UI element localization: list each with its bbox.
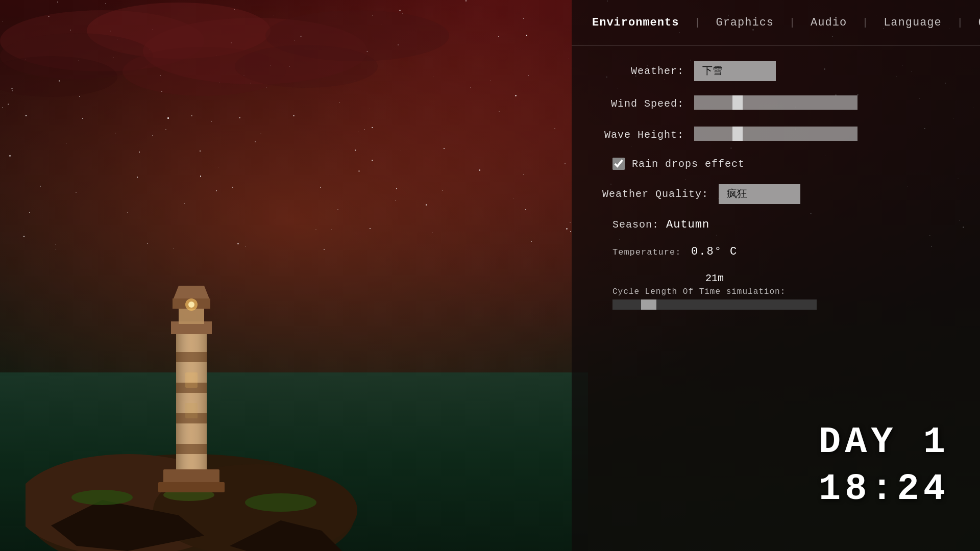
star [523, 18, 524, 19]
star [152, 135, 153, 136]
tab-environments[interactable]: Environments [582, 12, 689, 33]
wave-height-row: Wave Height: [602, 127, 949, 143]
star [355, 149, 356, 151]
star [554, 128, 555, 129]
tab-divider-4: | [957, 17, 963, 29]
star [372, 160, 373, 161]
star [266, 87, 266, 88]
svg-point-13 [71, 490, 133, 505]
star [243, 76, 244, 76]
star [490, 80, 491, 81]
tab-divider-1: | [694, 17, 700, 29]
star [255, 141, 256, 142]
star [184, 203, 185, 204]
star [570, 222, 571, 223]
tab-audio[interactable]: Audio [800, 12, 857, 33]
star [300, 36, 301, 37]
star [216, 190, 217, 191]
star [113, 57, 114, 58]
star [216, 55, 216, 56]
wave-height-slider[interactable] [694, 127, 857, 141]
tab-graphics[interactable]: Graphics [705, 12, 784, 33]
star [399, 10, 401, 11]
tab-language[interactable]: Language [873, 12, 952, 33]
svg-marker-25 [174, 286, 209, 298]
star [274, 15, 274, 15]
star [470, 87, 471, 88]
star [479, 169, 480, 170]
cycle-length-container: 21m Cycle Length Of Time simulation: [602, 272, 949, 312]
star [165, 129, 166, 130]
star [465, 0, 467, 2]
star [366, 237, 366, 237]
svg-rect-28 [185, 372, 198, 388]
star [289, 66, 290, 67]
time-display: 18:24 [819, 468, 949, 510]
svg-rect-21 [176, 444, 207, 454]
tab-divider-2: | [789, 17, 795, 29]
svg-point-27 [188, 302, 194, 308]
star [270, 65, 271, 66]
star [88, 141, 88, 141]
day-time-display: DAY 1 18:24 [819, 421, 949, 510]
star [8, 104, 9, 105]
star [372, 127, 373, 128]
star [499, 111, 500, 112]
weather-quality-row: Weather Quality: 疯狂 高 中 低 [602, 184, 949, 204]
cycle-length-slider[interactable] [612, 299, 817, 310]
star [531, 241, 532, 242]
star [370, 109, 370, 109]
star [139, 152, 140, 153]
weather-quality-dropdown[interactable]: 疯狂 高 中 低 [719, 184, 800, 204]
star [525, 209, 526, 210]
star [232, 187, 233, 188]
cycle-slider-wrapper [612, 299, 817, 312]
temperature-label: Temperature: [612, 247, 681, 257]
star [160, 76, 161, 76]
star [59, 80, 60, 82]
star [513, 198, 514, 198]
rain-drops-checkbox[interactable] [612, 158, 625, 170]
star [48, 16, 50, 17]
star [432, 233, 433, 233]
star [3, 21, 3, 21]
star [29, 212, 30, 213]
season-label: Season: [612, 219, 659, 231]
star [566, 228, 568, 230]
star [82, 118, 83, 119]
star [70, 30, 70, 30]
day-display: DAY 1 [819, 421, 949, 463]
star [498, 36, 499, 37]
star [239, 117, 240, 118]
cycle-length-label: Cycle Length Of Time simulation: [612, 287, 949, 296]
temperature-row: Temperature: 0.8° C [602, 245, 949, 258]
tab-quit[interactable]: Quit [968, 12, 980, 33]
svg-rect-29 [185, 403, 198, 418]
wind-speed-slider[interactable] [694, 95, 857, 110]
star [433, 77, 433, 77]
svg-rect-18 [176, 352, 207, 362]
rain-drops-label: Rain drops effect [632, 158, 745, 170]
weather-dropdown[interactable]: 下雪 晴天 多云 雨天 [694, 61, 776, 81]
star [442, 190, 443, 191]
star [570, 231, 571, 232]
star [40, 186, 41, 187]
star [395, 200, 396, 201]
star [569, 59, 569, 59]
wave-height-label: Wave Height: [602, 129, 684, 141]
star [381, 24, 381, 25]
star [372, 15, 373, 16]
star [76, 192, 77, 193]
star [402, 13, 403, 14]
star [260, 134, 261, 134]
star [66, 143, 66, 144]
star [358, 170, 360, 172]
star [396, 188, 397, 189]
star [152, 29, 153, 30]
weather-quality-label: Weather Quality: [602, 188, 708, 200]
star [339, 103, 340, 103]
star [526, 35, 527, 36]
star [57, 2, 58, 3]
star [12, 90, 13, 91]
star [161, 91, 162, 92]
